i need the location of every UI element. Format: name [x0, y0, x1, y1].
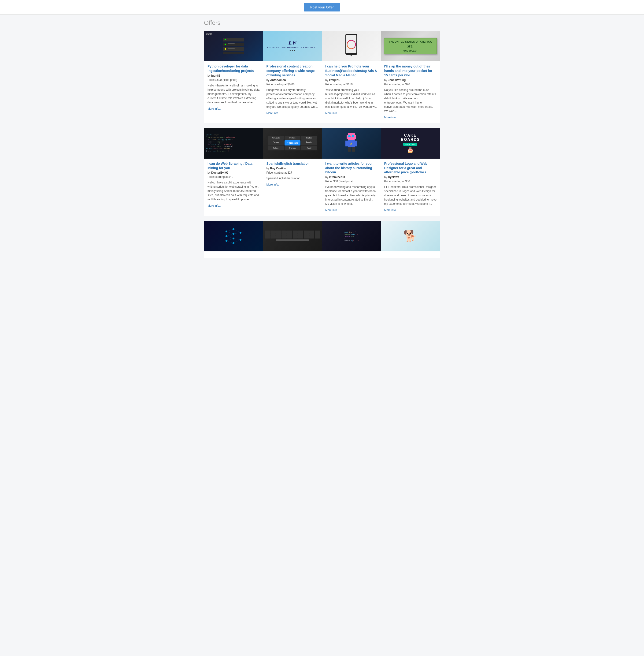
offer-price-card-3: Price: starting at $150 [325, 83, 377, 86]
svg-point-14 [350, 55, 352, 56]
offers-grid-row-3: const data = {} function main() { return… [204, 221, 440, 258]
svg-rect-22 [353, 141, 357, 146]
offer-desc-card-1: Hello - thanks for visiting! I am lookin… [207, 84, 260, 105]
svg-rect-2 [223, 47, 244, 51]
offer-title-card-7[interactable]: I want to write articles for you about t… [325, 161, 377, 175]
svg-line-40 [227, 234, 233, 236]
offer-image-card-10 [263, 221, 322, 251]
offer-more-info-card-3[interactable]: More info... [325, 112, 339, 115]
svg-line-42 [227, 239, 233, 241]
offer-price-card-1: Price: $500 (fixed price) [207, 78, 260, 82]
svg-line-38 [227, 229, 233, 231]
offer-desc-card-5: Hello, I have a solid experience with wr… [207, 180, 260, 202]
svg-rect-1 [223, 43, 244, 46]
top-bar: Post your Offer [0, 0, 644, 15]
offers-grid-row-2: import scrapy from selenium import webdr… [204, 128, 440, 216]
svg-rect-21 [345, 141, 349, 146]
svg-rect-11 [346, 35, 356, 53]
offer-title-card-2[interactable]: Professional content creation company of… [267, 64, 319, 77]
offer-price-card-6: Price: starting at $27 [267, 171, 319, 174]
svg-rect-9 [228, 48, 235, 49]
offer-desc-card-3: You've tried promoting your business/pro… [325, 88, 377, 109]
offer-title-card-6[interactable]: Spanish/English translation [267, 161, 319, 166]
section-title: Offers [204, 19, 440, 26]
offer-card-card-1: imgIXPython developer for data ingestion… [204, 31, 263, 123]
svg-line-45 [233, 233, 240, 234]
offer-image-card-3 [322, 31, 381, 61]
offer-image-card-2: B.W PROFESSIONAL WRITING ON A BUDGET... … [263, 31, 322, 61]
offer-image-card-9 [204, 221, 263, 251]
offer-card-card-11: const data = {} function main() { return… [322, 221, 381, 258]
offer-price-card-8: Price: starting at $50 [384, 180, 437, 183]
offer-desc-card-4: Do you like beating around the bush when… [384, 88, 437, 113]
offer-price-card-7: Price: $60 (fixed price) [325, 180, 377, 183]
offer-author-card-6: by Ray Caztillo [267, 167, 319, 170]
offer-image-card-6: Português Deutsch English Français ⇄ Tra… [263, 128, 322, 159]
offer-more-info-card-6[interactable]: More info... [267, 183, 280, 186]
offer-card-card-7: ₿ I want to write articles for you about… [322, 128, 381, 216]
svg-rect-26 [348, 136, 350, 137]
offer-price-card-5: Price: starting at $40 [207, 175, 260, 179]
offer-more-info-card-2[interactable]: More info... [267, 112, 280, 115]
svg-rect-24 [352, 147, 355, 152]
offer-image-card-8: CAKE BOARDS SHOP NOW 🎂 [381, 128, 440, 159]
offer-title-card-8[interactable]: Professional Logo and Web Designer for a… [384, 161, 437, 175]
offer-title-card-5[interactable]: I can do Web Scraping / Data Mining for … [207, 161, 260, 170]
svg-rect-8 [228, 43, 235, 44]
offer-author-card-8: by Cyclaws [384, 176, 437, 179]
offer-more-info-card-4[interactable]: More info... [384, 116, 398, 119]
offer-card-card-10 [263, 221, 322, 258]
offer-more-info-card-7[interactable]: More info... [325, 208, 339, 212]
svg-line-47 [233, 240, 240, 243]
svg-rect-27 [352, 136, 354, 137]
offer-card-card-3: I can help you Promote your Business(Fac… [322, 31, 381, 123]
offer-image-card-11: const data = {} function main() { return… [322, 221, 381, 251]
offer-card-card-5: import scrapy from selenium import webdr… [204, 128, 263, 216]
offers-grid-row-1: imgIXPython developer for data ingestion… [204, 31, 440, 123]
offer-title-card-3[interactable]: I can help you Promote your Business(Fac… [325, 64, 377, 77]
svg-line-44 [233, 229, 240, 233]
offer-image-card-7: ₿ [322, 128, 381, 159]
offer-title-card-4[interactable]: I'll slap the money out of their hands a… [384, 64, 437, 77]
svg-line-46 [233, 239, 240, 240]
offer-card-card-4: THE UNITED STATES OF AMERICA $1 ONE DOLL… [381, 31, 440, 123]
offer-author-card-4: by JonesWriting [384, 78, 437, 82]
offer-author-card-5: by DoctorEvil92 [207, 171, 260, 174]
svg-point-4 [225, 39, 226, 40]
svg-point-5 [225, 44, 226, 45]
svg-rect-7 [228, 39, 235, 39]
offer-author-card-7: by infominer33 [325, 176, 377, 179]
svg-rect-3 [223, 52, 244, 54]
offer-author-card-3: by kralj123 [325, 78, 377, 82]
offer-image-card-12: 🐕 [381, 221, 440, 251]
offer-desc-card-8: Hi, Redditors! I'm a professional Design… [384, 185, 437, 206]
offer-card-card-8: CAKE BOARDS SHOP NOW 🎂 Professional Logo… [381, 128, 440, 216]
svg-line-43 [227, 241, 233, 243]
svg-text:₿: ₿ [350, 142, 352, 145]
offer-image-card-1: imgIX [204, 31, 263, 61]
main-content: Offers imgIXPython developer for data in… [200, 15, 444, 268]
svg-rect-0 [223, 38, 244, 42]
post-offer-button[interactable]: Post your Offer [304, 3, 341, 12]
offer-desc-card-7: I've been writing and researching crypto… [325, 185, 377, 206]
svg-line-39 [227, 231, 233, 234]
offer-card-card-2: B.W PROFESSIONAL WRITING ON A BUDGET... … [263, 31, 322, 123]
offer-more-info-card-8[interactable]: More info... [384, 208, 398, 212]
offer-card-card-12: 🐕 [381, 221, 440, 258]
offer-author-card-1: by jgun83 [207, 74, 260, 77]
offer-author-card-2: by Antonomon [267, 78, 319, 82]
offer-card-card-9 [204, 221, 263, 258]
offer-price-card-2: Price: starting at $0.06 [267, 83, 319, 86]
svg-line-41 [227, 236, 233, 239]
offer-image-card-5: import scrapy from selenium import webdr… [204, 128, 263, 159]
offer-price-card-4: Price: starting at $20 [384, 83, 437, 86]
svg-point-6 [225, 48, 226, 50]
offer-card-card-6: Português Deutsch English Français ⇄ Tra… [263, 128, 322, 216]
offer-image-card-4: THE UNITED STATES OF AMERICA $1 ONE DOLL… [381, 31, 440, 61]
offer-more-info-card-1[interactable]: More info... [207, 107, 222, 110]
offer-desc-card-2: BudgetWord is a crypto-friendly professi… [267, 88, 319, 109]
offer-more-info-card-5[interactable]: More info... [207, 204, 222, 207]
offer-title-card-1[interactable]: Python developer for data ingestion/moni… [207, 64, 260, 73]
offer-desc-card-6: Spanish/English translation. [267, 176, 319, 180]
svg-point-13 [353, 41, 355, 42]
